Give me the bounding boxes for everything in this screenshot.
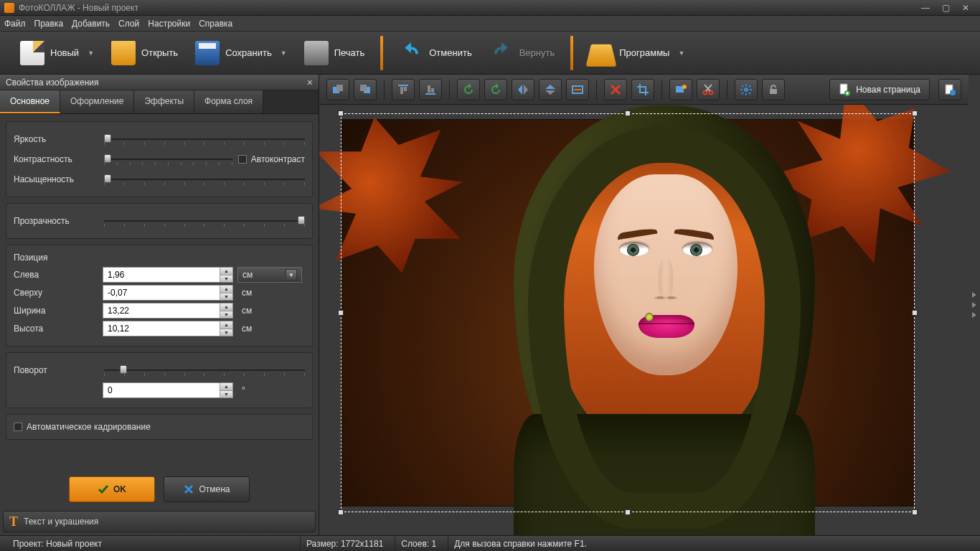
left-label: Слева xyxy=(14,270,98,280)
titlebar: ФотоКОЛЛАЖ - Новый проект — ▢ ✕ xyxy=(0,0,980,16)
undo-button[interactable]: Отменить xyxy=(392,36,479,70)
svg-rect-5 xyxy=(400,87,403,94)
menu-add[interactable]: Добавить xyxy=(72,19,110,29)
minimize-button[interactable]: — xyxy=(915,3,936,13)
redo-icon xyxy=(489,41,514,65)
resize-handle[interactable] xyxy=(338,110,344,116)
text-decorations-label: Текст и украшения xyxy=(24,517,98,527)
autocrop-label: Автоматическое кадрирование xyxy=(27,422,151,432)
resize-handle[interactable] xyxy=(338,310,344,316)
tab-shape[interactable]: Форма слоя xyxy=(194,90,263,113)
flip-v-button[interactable] xyxy=(539,79,562,100)
height-label: Высота xyxy=(14,324,98,334)
resize-handle[interactable] xyxy=(625,509,631,515)
leaf-decor xyxy=(319,105,480,287)
page-settings-button[interactable] xyxy=(938,79,961,100)
app-icon xyxy=(4,3,14,13)
maximize-button[interactable]: ▢ xyxy=(936,3,956,13)
menu-settings[interactable]: Настройки xyxy=(148,19,190,29)
new-button[interactable]: Новый ▼ xyxy=(13,36,101,70)
text-decorations-tab[interactable]: T Текст и украшения xyxy=(3,511,316,532)
saturation-slider[interactable] xyxy=(104,174,305,185)
svg-point-20 xyxy=(950,90,956,95)
open-button[interactable]: Открыть xyxy=(104,36,185,70)
width-input[interactable]: ▲▼ xyxy=(103,303,233,319)
replace-button[interactable] xyxy=(669,79,692,100)
rotate-left-button[interactable] xyxy=(457,79,480,100)
print-icon xyxy=(304,41,329,65)
unit-select[interactable]: см▼ xyxy=(237,267,302,283)
menu-layer[interactable]: Слой xyxy=(118,19,139,29)
status-help: Для вызова справки нажмите F1. xyxy=(454,539,587,549)
rotation-slider[interactable] xyxy=(104,364,305,376)
canvas-area[interactable] xyxy=(319,105,969,535)
portrait-image[interactable] xyxy=(485,105,844,535)
brightness-slider[interactable] xyxy=(104,133,305,145)
canvas[interactable] xyxy=(341,119,915,507)
top-input[interactable]: ▲▼ xyxy=(103,285,233,301)
delete-button[interactable] xyxy=(604,79,627,100)
resize-handle[interactable] xyxy=(912,509,918,515)
saturation-label: Насыщенность xyxy=(14,174,98,184)
rotation-group: Поворот ▲▼ ° xyxy=(6,352,313,408)
cancel-button[interactable]: Отмена xyxy=(164,476,250,502)
tab-design[interactable]: Оформление xyxy=(60,90,134,113)
send-back-button[interactable] xyxy=(354,79,377,100)
save-button[interactable]: Сохранить ▼ xyxy=(188,36,294,70)
toolbar-separator xyxy=(380,36,383,70)
align-top-button[interactable] xyxy=(392,79,415,100)
status-bar: Проект: Новый проект Размер: 1772x1181 С… xyxy=(0,535,980,551)
rotate-right-button[interactable] xyxy=(484,79,507,100)
left-input[interactable]: ▲▼ xyxy=(103,267,233,283)
check-icon xyxy=(98,484,109,495)
height-input[interactable]: ▲▼ xyxy=(103,321,233,336)
position-title: Позиция xyxy=(14,253,305,263)
menu-help[interactable]: Справка xyxy=(199,19,232,29)
right-strip[interactable] xyxy=(969,75,980,535)
print-button[interactable]: Печать xyxy=(297,36,372,70)
opacity-label: Прозрачность xyxy=(14,216,98,226)
opacity-slider[interactable] xyxy=(104,215,305,227)
crop-button[interactable] xyxy=(631,79,654,100)
resize-handle[interactable] xyxy=(338,509,344,515)
resize-handle[interactable] xyxy=(625,110,631,116)
rotation-input[interactable]: ▲▼ xyxy=(103,382,233,398)
tab-effects[interactable]: Эффекты xyxy=(134,90,194,113)
programs-button[interactable]: Программы ▼ xyxy=(582,36,692,70)
position-group: Позиция Слева ▲▼ см▼ Сверху ▲▼ см Ширина… xyxy=(6,245,313,347)
open-icon xyxy=(111,41,136,65)
chevron-down-icon: ▼ xyxy=(281,50,287,57)
top-label: Сверху xyxy=(14,288,98,298)
menu-file[interactable]: Файл xyxy=(4,19,26,29)
menu-edit[interactable]: Правка xyxy=(34,19,64,29)
panel-close-icon[interactable]: × xyxy=(307,77,313,88)
autocontrast-checkbox[interactable]: Автоконтраст xyxy=(238,154,305,164)
redo-button[interactable]: Вернуть xyxy=(482,36,562,70)
svg-rect-1 xyxy=(336,85,343,91)
cut-button[interactable] xyxy=(697,79,720,100)
contrast-slider[interactable] xyxy=(104,154,232,165)
tab-main[interactable]: Основное xyxy=(0,90,60,113)
chevron-down-icon: ▼ xyxy=(678,50,684,57)
new-page-button[interactable]: Новая страница xyxy=(829,79,930,100)
lock-button[interactable] xyxy=(762,79,785,100)
programs-label: Программы xyxy=(619,47,669,58)
box-icon xyxy=(586,44,617,66)
settings-button[interactable] xyxy=(735,79,758,100)
svg-rect-8 xyxy=(428,85,430,93)
degree-label: ° xyxy=(237,385,250,395)
resize-handle[interactable] xyxy=(912,110,918,116)
unit-label: см xyxy=(237,324,256,334)
ok-button[interactable]: OK xyxy=(69,476,155,502)
flip-h-button[interactable] xyxy=(512,79,534,100)
contrast-label: Контрастность xyxy=(14,154,98,164)
bring-front-button[interactable] xyxy=(326,79,349,100)
close-button[interactable]: ✕ xyxy=(956,3,976,13)
align-bottom-button[interactable] xyxy=(419,79,442,100)
autocrop-checkbox[interactable]: Автоматическое кадрирование xyxy=(14,422,305,432)
rotation-label: Поворот xyxy=(14,365,98,375)
status-size: 1772x1181 xyxy=(341,539,383,549)
fit-button[interactable] xyxy=(566,79,589,100)
rotate-handle[interactable] xyxy=(645,313,654,321)
resize-handle[interactable] xyxy=(912,310,918,316)
